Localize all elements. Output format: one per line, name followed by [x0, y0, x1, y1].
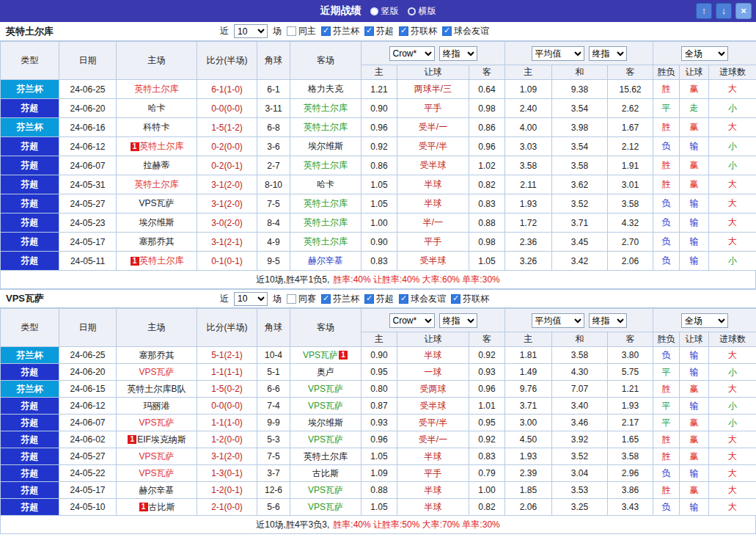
corner-cell: 4-9 [257, 233, 290, 252]
avg-odds-home: 1.93 [505, 194, 552, 214]
filter-bar: 近10场同赛芬兰杯芬超球会友谊芬联杯 [220, 292, 489, 306]
avg-odds-home: 3.58 [505, 156, 552, 175]
match-date: 24-05-10 [59, 499, 117, 516]
avg-odds-away: 1.21 [608, 381, 653, 398]
team-link: VPS瓦萨 [308, 485, 343, 495]
avg-odds-away: 1.91 [608, 156, 653, 175]
avg-odds-draw: 3.53 [552, 482, 608, 499]
score-cell: 0-0(0-0) [197, 99, 257, 118]
avg-time-select[interactable]: 终指 [589, 313, 627, 328]
scope-select[interactable]: 全场 [681, 313, 728, 328]
avg-select[interactable]: 平均值 [532, 46, 584, 61]
match-row: 芬超24-05-27VPS瓦萨3-1(2-0)7-5英特土尔库1.05半球0.8… [1, 194, 756, 214]
checkbox-checked-icon [399, 294, 408, 304]
odds-time-select[interactable]: 终指 [439, 46, 477, 61]
handicap-line: 半球 [397, 482, 469, 499]
match-date: 24-06-07 [59, 156, 117, 175]
scope-select[interactable]: 全场 [681, 46, 728, 61]
same-filter-checkbox[interactable]: 同赛 [287, 293, 316, 305]
result-wdl: 负 [653, 252, 680, 271]
sub-column-header: 主 [362, 332, 397, 347]
result-wdl: 平 [653, 398, 680, 415]
close-button[interactable]: × [735, 3, 752, 19]
league-filter-checkbox[interactable]: 球会友谊 [399, 293, 446, 305]
sub-column-header: 主 [505, 332, 552, 347]
avg-odds-draw: 3.98 [552, 118, 608, 137]
avg-select[interactable]: 平均值 [532, 313, 584, 328]
avg-odds-home: 1.49 [505, 364, 552, 381]
result-wdl: 胜 [653, 118, 680, 137]
avg-odds-draw: 3.58 [552, 347, 608, 364]
result-goals: 小 [709, 415, 756, 431]
away-team-cell: 埃尔维斯 [290, 137, 362, 156]
result-wdl: 负 [653, 214, 680, 233]
handicap-odds-away: 0.96 [469, 381, 505, 398]
avg-odds-away: 2.70 [608, 233, 653, 252]
home-team-cell: 英特土尔库B队 [117, 381, 197, 398]
handicap-odds-away: 0.86 [469, 118, 505, 137]
layout-radio-horizontal[interactable]: 横版 [408, 5, 436, 18]
odds-time-select[interactable]: 终指 [439, 313, 477, 328]
team-link[interactable]: 赫尔辛基 [308, 255, 343, 266]
near-label: 近 [220, 25, 229, 37]
league-type-cell: 芬超 [1, 448, 59, 465]
bookmaker-select[interactable]: Crow* [389, 46, 435, 61]
avg-odds-away: 2.17 [608, 415, 653, 431]
team-link: VPS瓦萨 [308, 384, 343, 394]
away-team-cell: 英特土尔库 [290, 448, 362, 465]
radio-label: 横版 [419, 5, 436, 18]
same-filter-checkbox[interactable]: 同主 [287, 25, 316, 37]
home-team-cell: VPS瓦萨 [117, 364, 197, 381]
league-filter-checkbox[interactable]: 芬兰杯 [321, 25, 359, 37]
handicap-line: 受半球 [397, 156, 469, 175]
league-filter-checkbox[interactable]: 芬兰杯 [321, 293, 359, 305]
scroll-down-button[interactable]: ↓ [716, 3, 732, 19]
team-header-row: 英特土尔库近10场同主芬兰杯芬超芬联杯球会友谊 [0, 22, 756, 41]
score-cell: 1-2(0-0) [197, 431, 257, 448]
avg-odds-home: 4.00 [505, 118, 552, 137]
team-link: VPS瓦萨 [139, 198, 174, 208]
league-filter-checkbox[interactable]: 芬联杯 [399, 25, 437, 37]
sub-column-header: 客 [469, 332, 505, 347]
result-handicap: 赢 [680, 448, 709, 465]
bookmaker-select[interactable]: Crow* [389, 313, 435, 328]
filter-bar: 近10场同主芬兰杯芬超芬联杯球会友谊 [220, 24, 489, 38]
avg-odds-draw: 3.46 [552, 415, 608, 431]
corner-cell: 7-5 [257, 194, 290, 214]
corner-cell: 7-4 [257, 398, 290, 415]
team-name: 英特土尔库 [0, 25, 220, 38]
match-row: 芬兰杯24-06-25塞那乔其5-1(2-1)10-4VPS瓦萨10.90半球0… [1, 347, 756, 364]
handicap-line: 受半球 [397, 252, 469, 271]
avg-odds-away: 5.75 [608, 364, 653, 381]
league-filter-checkbox[interactable]: 芬联杯 [451, 293, 489, 305]
result-goals: 小 [709, 156, 756, 175]
league-filter-checkbox[interactable]: 芬超 [364, 25, 394, 37]
home-team-cell: 赫尔辛基 [117, 482, 197, 499]
corner-cell: 3-7 [257, 465, 290, 482]
league-filter-checkbox[interactable]: 芬超 [364, 293, 394, 305]
home-team-cell: VPS瓦萨 [117, 194, 197, 214]
handicap-odds-home: 1.09 [362, 465, 397, 482]
team-link: EIF埃克纳斯 [137, 434, 186, 445]
match-row: 芬超24-05-101古比斯2-1(0-0)5-6VPS瓦萨1.05半球0.82… [1, 499, 756, 516]
score-cell: 1-5(0-2) [197, 381, 257, 398]
avg-time-select[interactable]: 终指 [589, 46, 627, 61]
avg-odds-away: 3.58 [608, 448, 653, 465]
result-goals: 大 [709, 482, 756, 499]
handicap-odds-home: 0.95 [362, 364, 397, 381]
match-count-select[interactable]: 10 [234, 24, 268, 38]
away-team-cell: VPS瓦萨 [290, 499, 362, 516]
red-card-badge: 1 [128, 435, 136, 444]
match-row: 芬超24-06-12玛丽港0-0(0-0)7-4VPS瓦萨0.87受半球1.01… [1, 398, 756, 415]
layout-radio-vertical[interactable]: 竖版 [370, 5, 399, 18]
team-link: 埃尔维斯 [139, 217, 175, 227]
handicap-line: 半球 [397, 194, 469, 214]
checkbox-label: 芬兰杯 [333, 25, 359, 37]
avg-odds-home: 2.11 [505, 175, 552, 194]
scroll-up-button[interactable]: ↑ [696, 3, 712, 19]
team-header-row: VPS瓦萨近10场同赛芬兰杯芬超球会友谊芬联杯 [0, 289, 756, 308]
league-type-cell: 芬超 [1, 156, 59, 175]
league-filter-checkbox[interactable]: 球会友谊 [442, 25, 489, 37]
league-type-cell: 芬超 [1, 252, 59, 271]
match-count-select[interactable]: 10 [234, 292, 268, 306]
